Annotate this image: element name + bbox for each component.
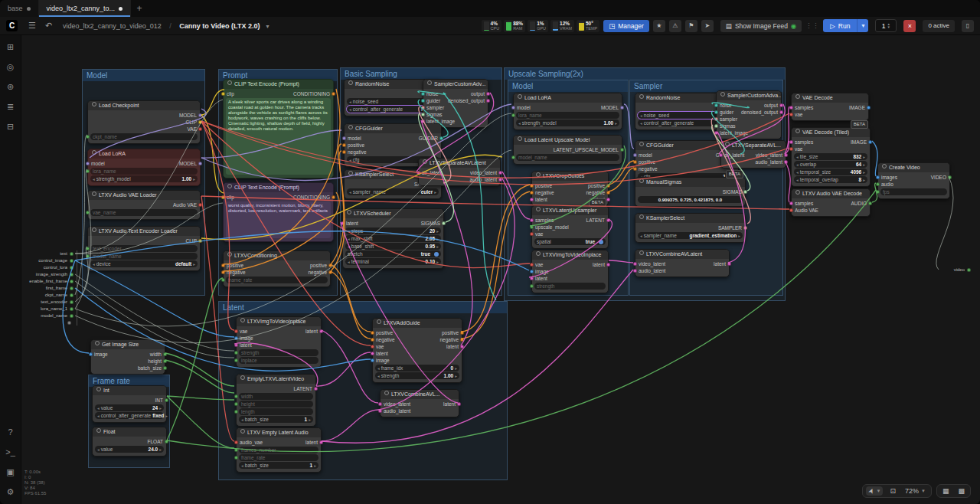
output-slot[interactable] [486,99,490,103]
widget-frame_rate[interactable]: frame_rate [239,454,318,461]
output-slot[interactable] [328,263,332,267]
output-slot[interactable] [198,127,202,131]
node-upscale-ksampler-select[interactable]: KSamplerSelectSAMPLER◂sampler_namegradie… [635,213,746,243]
converted-input-slot[interactable] [234,448,238,452]
new-tab-button[interactable]: + [131,0,148,17]
input-slot[interactable] [530,270,534,273]
node-ltxv-audio-vae-decode[interactable]: LTXV Audio VAE DecodesamplesAUDIOAudio V… [791,188,871,217]
input-slot[interactable] [342,143,346,147]
widget-width[interactable]: width [239,393,313,400]
count-spinner[interactable]: ▲▼ [887,23,890,29]
collapse-icon[interactable] [725,142,730,146]
output-slot[interactable] [779,103,783,107]
output-slot[interactable] [163,366,167,370]
input-slot[interactable] [714,124,718,128]
input-slot[interactable] [719,153,723,157]
node-ltxv-latent-upsampler[interactable]: BETALTXVLatentUpsamplersamplesLATENTupsc… [531,205,609,249]
output-slot[interactable] [620,148,624,152]
converted-input-slot[interactable] [86,169,90,173]
show-image-feed-button[interactable]: ▤ Show Image Feed ◉ [720,20,802,32]
tab-base[interactable]: base [0,0,39,17]
input-slot[interactable] [714,110,718,114]
input-slot[interactable] [221,270,225,274]
widget-batch_size[interactable]: ◂batch_size1▸ [239,462,318,469]
menu-icon[interactable]: ☰ [28,21,36,31]
input-pin-model_name[interactable]: model_name [18,313,74,318]
collapse-icon[interactable] [639,214,644,219]
output-slot[interactable] [460,338,464,342]
widget-strength_model[interactable]: ◂strength_model1.00▸ [90,175,198,182]
node-clip-text-encode-positive[interactable]: CLIP Text Encode (Prompt)clipCONDITIONIN… [223,79,334,178]
input-slot[interactable] [371,338,374,342]
node-load-latent-upscale-model[interactable]: Load Latent Upscale ModelLATENT_UPSCALE_… [513,135,622,165]
input-slot[interactable] [342,136,346,140]
converted-input-slot[interactable] [530,284,534,288]
output-slot[interactable] [319,329,323,333]
converted-input-slot[interactable] [876,190,880,194]
input-slot[interactable] [221,195,225,199]
node-upscale-sampler-custom[interactable]: SamplerCustomAdva...noiseoutputguiderden… [716,90,782,139]
panel-toggle-icon[interactable]: ▯ [962,20,974,32]
input-slot[interactable] [421,99,425,103]
output-slot[interactable] [198,113,202,117]
output-slot[interactable] [606,184,610,188]
output-slot[interactable] [198,162,202,165]
output-slot[interactable] [198,203,202,207]
templates-icon[interactable]: ≣ [3,99,18,114]
input-slot[interactable] [421,113,425,116]
collapse-icon[interactable] [536,207,541,211]
converted-input-slot[interactable] [86,135,90,139]
widget-temporal_size[interactable]: ◂temporal_size4096▸ [794,169,867,175]
widget-frames_number[interactable]: frames_number [239,447,318,453]
input-slot[interactable] [789,106,793,110]
queue-icon[interactable]: ⊟ [3,119,18,134]
pointer-tool-button[interactable]: ➤ ▼ [866,486,884,496]
widget-value[interactable]: ◂value24.0▸ [95,446,164,453]
widget-strength[interactable]: strength [239,349,318,356]
input-slot[interactable] [378,402,382,406]
widget-strength[interactable]: ◂strength1.00▸ [375,372,459,379]
input-slot[interactable] [530,184,534,188]
input-slot[interactable] [633,167,637,171]
output-slot[interactable] [868,201,872,205]
node-int-node[interactable]: IntINT◂value24▸◂control_after_generatefi… [92,385,167,423]
output-slot[interactable] [606,263,610,267]
alert-icon[interactable]: ⚠ [669,20,681,32]
collapse-icon[interactable] [348,80,353,85]
shortcuts-icon[interactable]: ▣ [3,464,18,479]
widget-lora_name[interactable]: lora_name [90,168,198,175]
collapse-icon[interactable] [95,341,100,345]
output-slot[interactable] [163,359,167,363]
node-upscale-load-lora[interactable]: Load LoRAmodelMODELlora_name◂strength_mo… [513,93,622,130]
prompt-textarea[interactable]: A sleek silver sports car drives along a… [226,98,331,175]
widget-sampler_name[interactable]: ◂sampler_namegradient_estimation▸ [638,232,743,239]
share-icon[interactable]: ➤ [701,20,714,32]
collapse-icon[interactable] [536,251,541,256]
output-slot[interactable] [442,221,446,225]
widget-length[interactable]: length [239,408,313,415]
converted-input-slot[interactable] [234,358,238,362]
converted-input-slot[interactable] [511,155,515,159]
widget-ckpt_name[interactable]: ckpt_name [90,133,198,140]
node-upscale-combine-av-latent[interactable]: LTXVCombineAVLatentvideo_latentlatentaud… [635,249,730,277]
group-title[interactable]: Latent [219,302,507,313]
toggle-knob[interactable] [434,252,439,257]
widget-strength[interactable]: strength [534,283,606,290]
tab-dot-icon[interactable] [27,7,31,11]
manager-button[interactable]: ◳ Manager [603,20,649,32]
input-slot[interactable] [234,329,238,333]
input-pin-text[interactable]: text [18,251,74,256]
collapse-icon[interactable] [423,159,427,164]
collapse-icon[interactable] [348,125,353,129]
node-ltxv-conditioning[interactable]: LTXVConditioningpositivepositivenegative… [223,250,331,287]
pin-slot[interactable] [70,293,74,297]
settings-gear-icon[interactable]: ⚙ [3,484,18,499]
pin-slot[interactable] [70,307,74,311]
collapse-icon[interactable] [240,429,245,434]
collapse-icon[interactable] [96,428,101,433]
output-slot[interactable] [868,140,872,144]
output-slot[interactable] [457,402,461,406]
widget-height[interactable]: height [239,401,313,407]
input-slot[interactable] [86,162,90,165]
workflow-title[interactable]: Canny to Video (LTX 2.0) [179,22,260,30]
